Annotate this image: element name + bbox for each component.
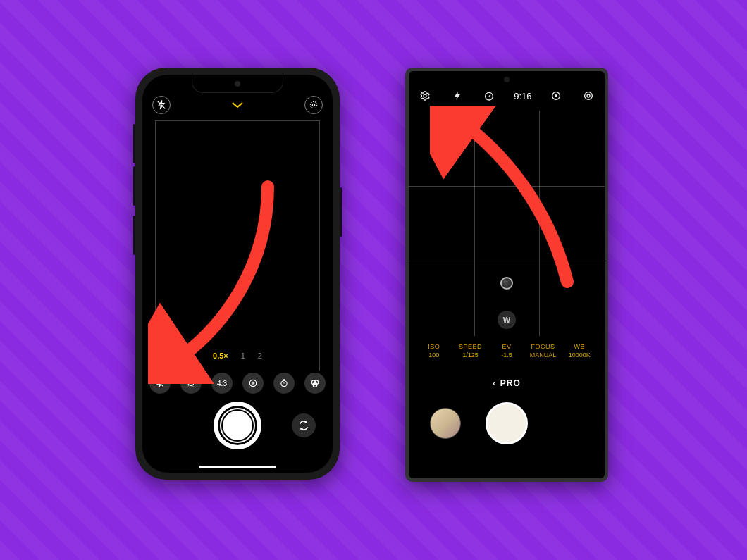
- mode-label: PRO: [500, 378, 521, 388]
- chevron-down-icon[interactable]: [231, 101, 244, 109]
- focus-point[interactable]: [500, 277, 513, 290]
- shutter-button[interactable]: [486, 402, 528, 444]
- zoom-1x[interactable]: 1: [241, 351, 245, 360]
- metering-icon[interactable]: [548, 88, 564, 104]
- filters-icon[interactable]: [304, 373, 326, 394]
- param-focus[interactable]: FOCUS MANUAL: [525, 343, 562, 359]
- svg-point-20: [585, 92, 593, 100]
- viewfinder-grid: [409, 111, 605, 336]
- param-iso[interactable]: ISO 100: [416, 343, 452, 359]
- gallery-thumbnail[interactable]: [430, 408, 461, 439]
- lens-label: W: [503, 316, 510, 324]
- punch-hole-camera: [504, 77, 510, 82]
- lens-wide-button[interactable]: W: [498, 311, 516, 329]
- svg-line-17: [489, 95, 490, 97]
- param-wb[interactable]: WB 10000K: [561, 343, 598, 359]
- night-mode-icon[interactable]: [180, 373, 202, 394]
- samsung-bottom-bar: [409, 395, 605, 473]
- iphone-notch: [192, 75, 283, 93]
- home-indicator[interactable]: [199, 466, 276, 468]
- svg-point-9: [281, 381, 287, 387]
- svg-point-2: [310, 101, 316, 108]
- shutter-button[interactable]: [216, 404, 259, 447]
- param-ev[interactable]: EV -1.5: [488, 343, 525, 359]
- timer-icon[interactable]: [273, 373, 295, 394]
- tutorial-stage: 0,5× 1 2 4:3: [0, 0, 747, 560]
- live-photo-icon[interactable]: [304, 96, 323, 114]
- settings-icon[interactable]: [417, 88, 433, 104]
- param-speed[interactable]: SPEED 1/125: [452, 343, 489, 359]
- iphone-device: 0,5× 1 2 4:3: [135, 68, 340, 480]
- switch-camera-button[interactable]: [292, 413, 316, 437]
- pro-params-row: ISO 100 SPEED 1/125 EV -1.5 FOCUS MANUAL…: [416, 343, 598, 359]
- svg-point-14: [313, 382, 317, 387]
- aspect-ratio-label: 4:3: [217, 380, 227, 387]
- iphone-camera-screen: 0,5× 1 2 4:3: [142, 75, 333, 473]
- samsung-device: 9:16 W: [405, 68, 608, 482]
- flash-icon[interactable]: [450, 88, 465, 104]
- flash-toggle-icon[interactable]: [149, 373, 171, 394]
- svg-point-1: [312, 104, 315, 106]
- svg-point-15: [424, 94, 426, 97]
- zoom-0.5x[interactable]: 0,5×: [213, 351, 228, 360]
- svg-point-19: [555, 95, 557, 97]
- zoom-2x[interactable]: 2: [258, 351, 262, 360]
- samsung-camera-screen: 9:16 W: [409, 71, 605, 478]
- more-options-icon[interactable]: [581, 88, 596, 104]
- camera-options-row: 4:3: [149, 373, 326, 394]
- svg-point-4: [189, 381, 194, 386]
- timer-icon[interactable]: [481, 88, 497, 104]
- zoom-selector[interactable]: 0,5× 1 2: [142, 351, 333, 360]
- camera-mode[interactable]: ‹PRO: [409, 378, 605, 388]
- exposure-icon[interactable]: [242, 373, 264, 394]
- aspect-ratio-button[interactable]: 4:3: [211, 373, 233, 394]
- iphone-top-bar: [152, 96, 323, 114]
- samsung-top-bar: 9:16: [417, 88, 596, 104]
- viewfinder-frame: [155, 120, 320, 371]
- aspect-display[interactable]: 9:16: [514, 91, 531, 101]
- chevron-left-icon: ‹: [493, 379, 496, 387]
- svg-point-21: [587, 94, 590, 97]
- flash-off-icon[interactable]: [152, 96, 171, 114]
